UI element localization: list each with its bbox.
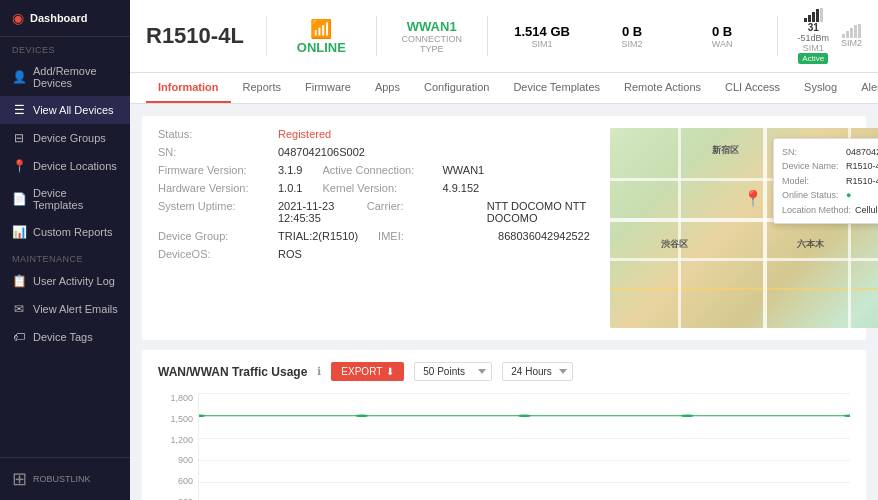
header-stat-connection: WWAN1 CONNECTION TYPE <box>397 19 467 54</box>
tab-firmware[interactable]: Firmware <box>293 73 363 103</box>
header-stat-sim2: 0 B SIM2 <box>597 24 667 49</box>
info-row-dg: Device Group: TRIAL:2(R1510) IMEI: 86803… <box>158 230 590 242</box>
tab-information[interactable]: Information <box>146 73 231 103</box>
maintenance-section-label: Maintenance <box>0 246 130 267</box>
active-conn-val: WWAN1 <box>442 164 484 176</box>
info-row-status: Status: Registered <box>158 128 590 140</box>
traffic-info-icon[interactable]: ℹ <box>317 365 321 378</box>
tab-syslog[interactable]: Syslog <box>792 73 849 103</box>
sidebar-item-label: Device Locations <box>33 160 117 172</box>
bar4 <box>816 9 819 22</box>
sidebar-item-custom-reports[interactable]: 📊 Custom Reports <box>0 218 130 246</box>
uptime-label: System Uptime: <box>158 200 278 212</box>
sidebar-item-device-templates[interactable]: 📄 Device Templates <box>0 180 130 218</box>
sidebar-item-label: Device Groups <box>33 132 106 144</box>
hardware-label: Hardware Version: <box>158 182 278 194</box>
kernel-val: 4.9.152 <box>442 182 479 194</box>
status-val: Registered <box>278 128 331 140</box>
view-all-icon: ☰ <box>12 103 26 117</box>
map-background: 新宿区 渋谷区 六本木 📍 SN: 0487042106S002 Device … <box>610 128 878 328</box>
y-label-4: 600 <box>178 476 193 486</box>
sn-label: SN: <box>158 146 278 158</box>
map-road <box>610 258 878 261</box>
imei-val: 868036042942522 <box>498 230 590 242</box>
popup-sn-val: 0487042106S002 <box>846 145 878 159</box>
add-remove-icon: 👤 <box>12 70 26 84</box>
sidebar-item-device-locations[interactable]: 📍 Device Locations <box>0 152 130 180</box>
active-badge: Active <box>798 53 828 64</box>
sidebar-item-label: Add/Remove Devices <box>33 65 118 89</box>
device-templates-icon: 📄 <box>12 192 26 206</box>
bar4 <box>854 25 857 38</box>
hours-select[interactable]: 24 Hours 48 Hours 7 Days <box>502 362 573 381</box>
sim1-label: SIM1 <box>532 39 553 49</box>
popup-model-row: Model: R1510-4L <box>782 174 878 188</box>
dg-val: TRIAL:2(R1510) <box>278 230 358 242</box>
wan-line <box>199 393 850 500</box>
tab-apps[interactable]: Apps <box>363 73 412 103</box>
signal-item-sim2: SIM2 <box>841 24 862 48</box>
device-locations-icon: 📍 <box>12 159 26 173</box>
dg-label: Device Group: <box>158 230 278 242</box>
active-conn-label: Active Connection: <box>322 164 442 176</box>
sidebar-item-alert-emails[interactable]: ✉ View Alert Emails <box>0 295 130 323</box>
bar5 <box>858 24 861 38</box>
y-label-0: 1,800 <box>170 393 193 403</box>
sidebar-item-label: Custom Reports <box>33 226 112 238</box>
map-pin: 📍 <box>743 189 763 208</box>
device-header: R1510-4L 📶 ONLINE WWAN1 CONNECTION TYPE … <box>130 0 878 73</box>
robustlink-icon: ⊞ <box>12 468 27 490</box>
traffic-header: WAN/WWAN Traffic Usage ℹ EXPORT ⬇ 50 Poi… <box>158 362 850 381</box>
popup-location-label: Location Method: <box>782 203 851 217</box>
status-value: ONLINE <box>297 40 346 55</box>
sim2-label: SIM2 <box>622 39 643 49</box>
connection-type-label: CONNECTION TYPE <box>397 34 467 54</box>
header-stat-sim1: 1.514 GB SIM1 <box>507 24 577 49</box>
sidebar-item-label: Device Templates <box>33 187 118 211</box>
tab-alert-logs[interactable]: Alert Logs <box>849 73 878 103</box>
y-label-2: 1,200 <box>170 435 193 445</box>
dashboard-icon: ◉ <box>12 10 24 26</box>
deviceos-val: ROS <box>278 248 302 260</box>
sidebar-item-add-remove[interactable]: 👤 Add/Remove Devices <box>0 58 130 96</box>
main-content: R1510-4L 📶 ONLINE WWAN1 CONNECTION TYPE … <box>130 0 878 500</box>
popup-online-row: Online Status: ● <box>782 188 878 202</box>
sidebar-item-device-tags[interactable]: 🏷 Device Tags <box>0 323 130 351</box>
export-button[interactable]: EXPORT ⬇ <box>331 362 404 381</box>
signal-sim1-label: SIM1 <box>803 43 824 53</box>
info-row-firmware: Firmware Version: 3.1.9 Active Connectio… <box>158 164 590 176</box>
content-area: Status: Registered SN: 0487042106S002 Fi… <box>130 104 878 500</box>
sidebar-item-device-groups[interactable]: ⊟ Device Groups <box>0 124 130 152</box>
carrier-label: Carrier: <box>367 200 487 212</box>
info-row-hardware: Hardware Version: 1.0.1 Kernel Version: … <box>158 182 590 194</box>
header-stat-wan: 0 B WAN <box>687 24 757 49</box>
map-roppongi-label: 六本木 <box>797 238 824 251</box>
hardware-val: 1.0.1 <box>278 182 302 194</box>
popup-name-val: R1510-4L <box>846 159 878 173</box>
tab-configuration[interactable]: Configuration <box>412 73 501 103</box>
tab-device-templates[interactable]: Device Templates <box>501 73 612 103</box>
sidebar-item-view-all[interactable]: ☰ View All Devices <box>0 96 130 124</box>
alert-emails-icon: ✉ <box>12 302 26 316</box>
imei-label: IMEI: <box>378 230 498 242</box>
deviceos-label: DeviceOS: <box>158 248 278 260</box>
firmware-val: 3.1.9 <box>278 164 302 176</box>
tab-reports[interactable]: Reports <box>231 73 294 103</box>
sidebar-item-user-activity[interactable]: 📋 User Activity Log <box>0 267 130 295</box>
sim1-data-value: 1.514 GB <box>514 24 570 39</box>
signal-bars-sim2 <box>842 24 861 38</box>
popup-location-val: Cellular <box>855 203 878 217</box>
chart-y-axis: 1,800 1,500 1,200 900 600 300 0 <box>158 393 198 500</box>
y-label-3: 900 <box>178 455 193 465</box>
info-row-uptime: System Uptime: 2021-11-23 12:45:35 Carri… <box>158 200 590 224</box>
points-select[interactable]: 50 Points 100 Points 200 Points <box>414 362 492 381</box>
tab-cli-access[interactable]: CLI Access <box>713 73 792 103</box>
signal-item-sim1: 31 -51dBm SIM1 Active <box>797 8 829 64</box>
tab-remote-actions[interactable]: Remote Actions <box>612 73 713 103</box>
popup-name-row: Device Name: R1510-4L <box>782 159 878 173</box>
y-label-1: 1,500 <box>170 414 193 424</box>
sidebar-bottom: ⊞ ROBUSTLINK <box>0 457 130 500</box>
kernel-label: Kernel Version: <box>322 182 442 194</box>
sidebar: ◉ Dashboard Devices 👤 Add/Remove Devices… <box>0 0 130 500</box>
sidebar-item-label: Device Tags <box>33 331 93 343</box>
